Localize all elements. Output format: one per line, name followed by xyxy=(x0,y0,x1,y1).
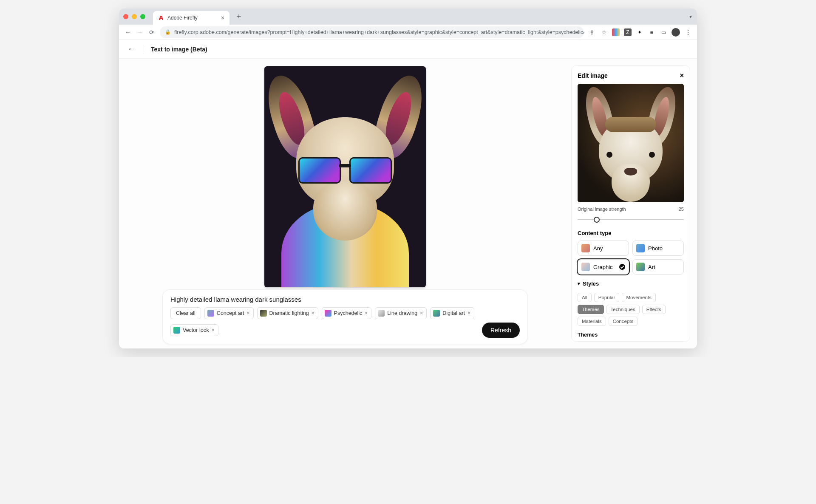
filter-themes[interactable]: Themes xyxy=(578,305,604,314)
content-type-art[interactable]: Art xyxy=(632,259,684,275)
content-type-grid: Any Photo Graphic Art xyxy=(578,241,684,275)
filter-movements[interactable]: Movements xyxy=(622,293,655,302)
tabs-dropdown-icon[interactable]: ▾ xyxy=(689,14,692,20)
close-panel-button[interactable]: × xyxy=(680,72,684,79)
style-chip-digital-art[interactable]: Digital art× xyxy=(430,307,474,319)
extension-icon[interactable]: Z xyxy=(624,28,632,36)
nav-back-button[interactable]: ← xyxy=(124,29,132,36)
url-text: firefly.corp.adobe.com/generate/images?p… xyxy=(174,29,584,35)
chip-label: Concept art xyxy=(217,310,244,316)
chip-remove-icon[interactable]: × xyxy=(365,310,368,316)
prompt-card: Highly detailed llama wearing dark sungl… xyxy=(162,289,528,344)
chip-label: Digital art xyxy=(442,310,465,316)
extension-icon[interactable] xyxy=(612,28,620,36)
page-title: Text to image (Beta) xyxy=(151,46,207,53)
address-bar[interactable]: 🔒 firefly.corp.adobe.com/generate/images… xyxy=(160,26,584,38)
chip-remove-icon[interactable]: × xyxy=(468,310,470,316)
chip-label: Vector look xyxy=(183,327,209,333)
extensions-puzzle-icon[interactable]: ✦ xyxy=(636,28,643,36)
share-icon[interactable]: ⇪ xyxy=(588,29,596,36)
content-type-photo[interactable]: Photo xyxy=(632,241,684,256)
ct-label: Photo xyxy=(648,245,663,252)
style-chip-line-drawing[interactable]: Line drawing× xyxy=(375,307,427,319)
chip-remove-icon[interactable]: × xyxy=(212,327,215,333)
chevron-down-icon: ▾ xyxy=(578,281,580,286)
prompt-text[interactable]: Highly detailed llama wearing dark sungl… xyxy=(170,296,520,303)
strength-row: Original image strength 25 xyxy=(578,207,684,212)
tab-title: Adobe Firefly xyxy=(167,15,198,21)
ct-label: Any xyxy=(593,245,603,252)
strength-label: Original image strength xyxy=(578,207,626,212)
ct-label: Art xyxy=(648,264,655,270)
nav-reload-button[interactable]: ⟳ xyxy=(148,29,156,36)
style-chip-psychedelic[interactable]: Psychedelic× xyxy=(322,307,372,319)
browser-window: Adobe Firefly × + ▾ ← → ⟳ 🔒 firefly.corp… xyxy=(119,8,697,348)
panel-title: Edit image xyxy=(578,72,608,79)
styles-header[interactable]: ▾ Styles xyxy=(578,280,684,287)
chip-remove-icon[interactable]: × xyxy=(246,310,249,316)
browser-tab[interactable]: Adobe Firefly × xyxy=(153,11,230,25)
refresh-button[interactable]: Refresh xyxy=(482,323,520,338)
filter-effects[interactable]: Effects xyxy=(642,305,666,314)
new-tab-button[interactable]: + xyxy=(233,11,245,23)
kebab-menu-icon[interactable]: ⋮ xyxy=(684,28,692,36)
content-type-title: Content type xyxy=(578,230,684,236)
content-type-graphic[interactable]: Graphic xyxy=(578,259,629,275)
style-filters: All Popular Movements Themes Techniques … xyxy=(578,293,684,326)
chip-label: Dramatic lighting xyxy=(269,310,309,316)
ct-label: Graphic xyxy=(593,264,613,270)
chip-label: Line drawing xyxy=(387,310,417,316)
themes-section-title: Themes xyxy=(578,332,684,338)
filter-popular[interactable]: Popular xyxy=(594,293,620,302)
style-chip-concept-art[interactable]: Concept art× xyxy=(204,307,254,319)
llama-illustration xyxy=(264,66,426,287)
prompt-controls-row: Clear all Concept art× Dramatic lighting… xyxy=(170,307,520,338)
chip-remove-icon[interactable]: × xyxy=(420,310,423,316)
extension-icons: Z ✦ ≡ ▭ ⋮ xyxy=(612,28,692,37)
tab-favicon xyxy=(158,15,164,21)
window-controls xyxy=(123,14,145,19)
app-back-button[interactable]: ← xyxy=(128,45,135,54)
generated-image[interactable] xyxy=(264,66,426,287)
styles-title: Styles xyxy=(583,280,599,287)
nav-forward-button[interactable]: → xyxy=(136,29,144,36)
reading-list-icon[interactable]: ≡ xyxy=(648,28,655,36)
maximize-window-button[interactable] xyxy=(140,14,145,19)
tab-close-icon[interactable]: × xyxy=(221,14,224,21)
clear-all-button[interactable]: Clear all xyxy=(170,307,201,319)
content-type-any[interactable]: Any xyxy=(578,241,629,256)
side-panel-icon[interactable]: ▭ xyxy=(660,28,667,36)
check-icon xyxy=(619,264,625,270)
divider xyxy=(143,45,143,54)
filter-concepts[interactable]: Concepts xyxy=(609,317,638,326)
main-canvas: Highly detailed llama wearing dark sungl… xyxy=(119,59,571,348)
edit-image-panel: Edit image × Original image strength 25 xyxy=(571,65,690,342)
app-header: ← Text to image (Beta) xyxy=(119,40,697,59)
strength-value: 25 xyxy=(679,207,684,212)
content-area: Highly detailed llama wearing dark sungl… xyxy=(119,59,697,348)
lock-icon: 🔒 xyxy=(165,29,171,35)
close-window-button[interactable] xyxy=(123,14,128,19)
bookmark-icon[interactable]: ☆ xyxy=(600,29,608,36)
titlebar: Adobe Firefly × + ▾ xyxy=(119,8,697,25)
toolbar: ← → ⟳ 🔒 firefly.corp.adobe.com/generate/… xyxy=(119,25,697,40)
panel-header: Edit image × xyxy=(578,72,684,79)
style-chip-vector-look[interactable]: Vector look× xyxy=(170,324,218,336)
minimize-window-button[interactable] xyxy=(132,14,137,19)
filter-materials[interactable]: Materials xyxy=(578,317,606,326)
strength-slider[interactable] xyxy=(578,216,684,223)
reference-image[interactable] xyxy=(578,84,684,202)
style-chip-dramatic-lighting[interactable]: Dramatic lighting× xyxy=(257,307,318,319)
chip-remove-icon[interactable]: × xyxy=(312,310,314,316)
filter-all[interactable]: All xyxy=(578,293,592,302)
profile-avatar[interactable] xyxy=(672,28,680,37)
filter-techniques[interactable]: Techniques xyxy=(606,305,640,314)
chip-label: Psychedelic xyxy=(334,310,363,316)
